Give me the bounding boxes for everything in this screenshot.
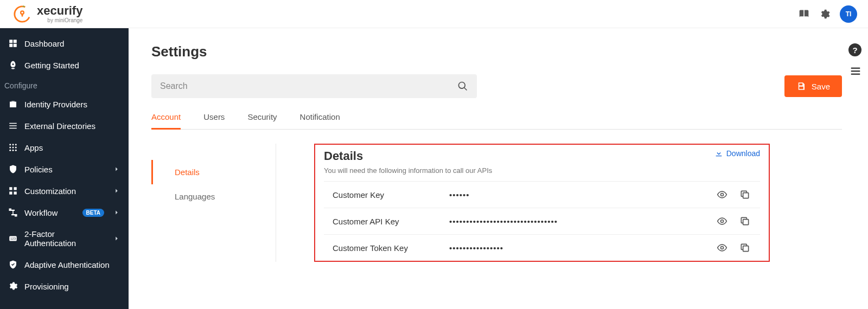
sidebar-item-label: Getting Started [24, 61, 120, 70]
svg-rect-22 [14, 192, 17, 195]
save-disk-icon [796, 81, 806, 91]
tab-users[interactable]: Users [203, 112, 225, 130]
tab-notification[interactable]: Notification [300, 112, 340, 130]
eye-icon[interactable] [717, 216, 727, 227]
svg-point-32 [721, 220, 724, 223]
tabs: Account Users Security Notification [151, 112, 842, 130]
svg-point-15 [15, 147, 17, 149]
sidebar-item-customization[interactable]: Customization [0, 180, 129, 202]
sidebar-item-label: Dashboard [24, 39, 120, 48]
svg-rect-27 [851, 68, 860, 69]
svg-point-34 [721, 247, 724, 249]
sidebar-item-apps[interactable]: Apps [0, 137, 129, 158]
detail-row-api-key: Customer API Key •••••••••••••••••••••••… [324, 208, 760, 234]
detail-value: •••••• [449, 190, 717, 199]
copy-icon[interactable] [739, 216, 750, 227]
search-icon[interactable] [457, 81, 468, 92]
detail-row-token-key: Customer Token Key •••••••••••••••• [324, 234, 760, 261]
tab-security[interactable]: Security [247, 112, 277, 130]
rocket-icon [8, 60, 18, 70]
eye-icon[interactable] [717, 242, 727, 253]
help-button[interactable]: ? [848, 43, 861, 56]
sidebar-item-provisioning[interactable]: Provisioning [0, 275, 129, 297]
tab-account[interactable]: Account [151, 112, 181, 130]
sidebar-item-label: Apps [24, 143, 120, 152]
logo[interactable]: xecurify by miniOrange [13, 5, 82, 23]
chevron-right-icon [113, 187, 120, 195]
chevron-right-icon [113, 235, 120, 242]
sidebar-item-getting-started[interactable]: Getting Started [0, 54, 129, 76]
dashboard-icon [8, 38, 18, 48]
svg-rect-35 [743, 246, 749, 252]
main-content: ? Settings Save Account Users Security N… [129, 28, 868, 309]
detail-label: Customer Key [333, 190, 449, 199]
detail-value: •••••••••••••••• [449, 243, 717, 253]
subnav: Details Languages [151, 144, 276, 262]
gear-small-icon [8, 281, 18, 291]
eye-icon[interactable] [717, 189, 727, 200]
subnav-details[interactable]: Details [151, 160, 276, 184]
chevron-right-icon [113, 165, 120, 173]
briefcase-icon [8, 99, 18, 109]
details-subtitle: You will need the following information … [324, 166, 492, 175]
avatar[interactable]: TI [840, 5, 857, 23]
search-box[interactable] [151, 74, 477, 98]
sidebar-item-dashboard[interactable]: Dashboard [0, 33, 129, 54]
svg-rect-9 [9, 128, 17, 129]
sidebar-item-2fa[interactable]: 123 2-Factor Authentication [0, 223, 129, 254]
book-icon[interactable] [799, 9, 809, 20]
svg-rect-8 [9, 125, 17, 126]
svg-point-30 [721, 194, 724, 196]
svg-text:123: 123 [10, 237, 16, 240]
sidebar-item-label: Adaptive Authentication [24, 260, 120, 269]
sidebar: Dashboard Getting Started Configure Iden… [0, 28, 129, 309]
sidebar-item-label: 2-Factor Authentication [24, 229, 106, 248]
sidebar-item-identity-providers[interactable]: Identity Providers [0, 93, 129, 115]
list-icon [8, 121, 18, 131]
sidebar-item-workflow[interactable]: Workflow BETA [0, 202, 129, 223]
chevron-right-icon [113, 209, 120, 216]
svg-rect-6 [14, 44, 17, 47]
page-title: Settings [151, 43, 842, 60]
copy-icon[interactable] [739, 242, 750, 253]
sidebar-item-label: Customization [24, 186, 106, 196]
svg-point-12 [15, 144, 17, 145]
subnav-languages[interactable]: Languages [151, 184, 276, 209]
save-label: Save [812, 82, 830, 91]
sidebar-item-policies[interactable]: Policies [0, 158, 129, 180]
svg-rect-3 [9, 40, 12, 43]
svg-point-18 [15, 150, 17, 151]
svg-rect-28 [851, 70, 860, 72]
download-link[interactable]: Download [714, 149, 760, 158]
svg-rect-7 [9, 123, 17, 124]
svg-rect-19 [9, 187, 12, 190]
svg-rect-5 [9, 44, 12, 47]
svg-rect-31 [743, 193, 749, 198]
search-input[interactable] [160, 81, 457, 91]
sidebar-section-configure: Configure [0, 76, 129, 93]
svg-rect-21 [9, 192, 12, 195]
gear-icon[interactable] [819, 9, 830, 20]
copy-icon[interactable] [739, 189, 750, 200]
beta-badge: BETA [82, 209, 104, 217]
svg-rect-33 [743, 220, 749, 225]
svg-point-10 [9, 144, 11, 145]
svg-point-11 [12, 144, 14, 145]
logo-text: xecurify by miniOrange [37, 5, 82, 23]
svg-rect-2 [22, 14, 23, 17]
sidebar-item-label: Identity Providers [24, 100, 120, 109]
svg-rect-4 [14, 40, 17, 43]
twofa-icon: 123 [8, 234, 18, 243]
brand-name: xecurify [37, 5, 82, 17]
sidebar-item-adaptive-auth[interactable]: Adaptive Authentication [0, 254, 129, 275]
svg-rect-20 [14, 187, 17, 190]
sidebar-item-external-directories[interactable]: External Directories [0, 115, 129, 137]
details-panel: Details You will need the following info… [314, 144, 770, 262]
save-button[interactable]: Save [784, 75, 842, 97]
svg-rect-24 [15, 214, 17, 217]
hamburger-icon[interactable] [850, 65, 861, 77]
logo-icon [13, 5, 31, 23]
customize-icon [8, 186, 18, 196]
sidebar-item-label: Policies [24, 165, 106, 174]
details-title: Details [324, 149, 492, 163]
